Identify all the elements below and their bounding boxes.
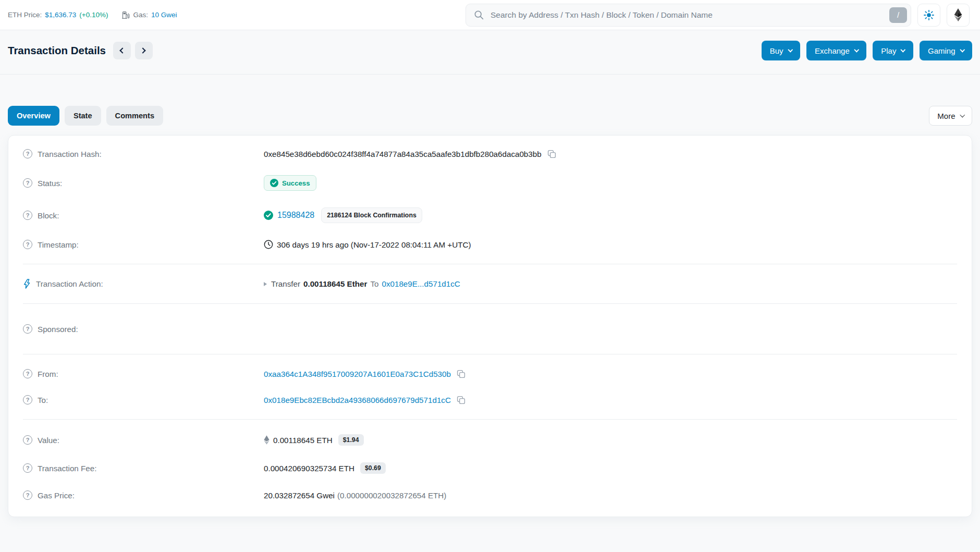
action-recipient-link[interactable]: 0x018e9E...d571d1cC — [382, 279, 460, 288]
help-icon[interactable] — [23, 149, 32, 158]
exchange-button-label: Exchange — [815, 46, 850, 55]
to-address-link[interactable]: 0x018e9Ebc82EBcbd2a49368066d697679d571d1… — [264, 396, 451, 404]
action-verb: Transfer — [271, 279, 300, 288]
eth-price-label: ETH Price: — [8, 11, 42, 19]
chevron-left-icon — [120, 47, 126, 53]
eth-price-change: (+0.10%) — [79, 11, 108, 19]
next-txn-button[interactable] — [135, 42, 153, 59]
value-amount: 0.00118645 ETH — [273, 436, 333, 445]
eth-price-stat: ETH Price: $1,636.73 (+0.10%) — [8, 11, 108, 19]
chevron-right-icon — [140, 47, 146, 53]
help-icon[interactable] — [23, 435, 32, 445]
play-button[interactable]: Play — [873, 41, 913, 60]
help-icon[interactable] — [23, 211, 32, 220]
more-label: More — [937, 112, 955, 120]
check-circle-icon — [264, 211, 273, 220]
block-number-link[interactable]: 15988428 — [277, 211, 314, 220]
lightning-icon — [23, 279, 31, 289]
row-from: From: 0xaa364c1A348f9517009207A1601E0a73… — [23, 361, 957, 387]
gas-label: Gas: — [133, 11, 148, 19]
gas-pump-icon — [121, 11, 130, 19]
txn-pager — [113, 42, 153, 59]
from-label: From: — [38, 370, 58, 378]
tabs-row: Overview State Comments More — [8, 106, 972, 126]
eth-price-value[interactable]: $1,636.73 — [45, 11, 76, 19]
to-label: To: — [38, 396, 48, 404]
transaction-hash-label: Transaction Hash: — [38, 150, 102, 158]
gas-value[interactable]: 10 Gwei — [151, 11, 177, 19]
action-preposition: To — [370, 279, 378, 288]
copy-icon — [547, 150, 556, 158]
row-block: Block: 15988428 2186124 Block Confirmati… — [23, 199, 957, 231]
sun-icon — [923, 9, 935, 21]
from-address-link[interactable]: 0xaa364c1A348f9517009207A1601E0a73C1Cd53… — [264, 370, 451, 378]
gas-price-eth-equivalent: (0.000000020032872654 ETH) — [337, 491, 446, 500]
gaming-button[interactable]: Gaming — [920, 41, 972, 60]
status-text: Success — [282, 179, 310, 187]
transaction-fee-label: Transaction Fee: — [38, 464, 96, 473]
status-badge: Success — [264, 175, 316, 191]
gas-price-value: 20.032872654 Gwei — [264, 491, 335, 500]
help-icon[interactable] — [23, 463, 32, 473]
block-label: Block: — [38, 211, 59, 220]
chevron-down-icon — [788, 47, 792, 52]
search-shortcut-key: / — [889, 7, 907, 23]
buy-button[interactable]: Buy — [762, 41, 800, 60]
tab-comments[interactable]: Comments — [106, 106, 163, 126]
gaming-button-label: Gaming — [928, 46, 956, 55]
copy-from-address-button[interactable] — [457, 370, 466, 378]
sponsored-label: Sponsored: — [38, 325, 78, 334]
page-header: Transaction Details Buy Exchange Play Ga… — [0, 30, 980, 75]
topbar-actions: / — [466, 4, 970, 27]
row-to: To: 0x018e9Ebc82EBcbd2a49368066d697679d5… — [23, 387, 957, 413]
value-fiat-badge: $1.94 — [338, 434, 364, 446]
previous-txn-button[interactable] — [113, 42, 131, 59]
help-icon[interactable] — [23, 240, 32, 249]
row-gas-price: Gas Price: 20.032872654 Gwei (0.00000002… — [23, 482, 957, 508]
copy-hash-button[interactable] — [547, 150, 556, 158]
tab-overview[interactable]: Overview — [8, 106, 59, 126]
copy-icon — [457, 396, 466, 404]
chevron-down-icon — [901, 47, 905, 52]
network-selector-button[interactable] — [947, 4, 970, 27]
row-transaction-hash: Transaction Hash: 0xe845e38d6ebd60c024f3… — [23, 141, 957, 167]
promo-buttons: Buy Exchange Play Gaming — [762, 41, 972, 60]
divider — [23, 419, 957, 420]
status-label: Status: — [38, 179, 62, 188]
gas-stat: Gas: 10 Gwei — [121, 11, 177, 19]
copy-to-address-button[interactable] — [457, 396, 466, 404]
row-timestamp: Timestamp: 306 days 19 hrs ago (Nov-17-2… — [23, 231, 957, 257]
check-circle-icon — [270, 179, 278, 187]
value-label: Value: — [38, 436, 59, 445]
exchange-button[interactable]: Exchange — [806, 41, 866, 60]
theme-toggle-button[interactable] — [917, 4, 940, 27]
copy-icon — [457, 370, 466, 378]
row-value: Value: 0.00118645 ETH $1.94 — [23, 426, 957, 454]
help-icon[interactable] — [23, 178, 32, 188]
transaction-hash-value: 0xe845e38d6ebd60c024f38ff4a74877a84a35ca… — [264, 150, 542, 158]
transaction-action-label: Transaction Action: — [36, 279, 103, 288]
caret-right-icon — [264, 282, 267, 286]
play-button-label: Play — [881, 46, 896, 55]
help-icon[interactable] — [23, 369, 32, 378]
divider — [23, 303, 957, 304]
help-icon[interactable] — [23, 395, 32, 404]
search-bar[interactable]: / — [466, 4, 911, 27]
ethereum-icon — [954, 8, 962, 21]
divider — [23, 264, 957, 264]
tab-state[interactable]: State — [65, 106, 101, 126]
search-input[interactable] — [489, 10, 884, 20]
fee-amount: 0.000420690325734 ETH — [264, 464, 354, 473]
row-transaction-action: Transaction Action: Transfer 0.00118645 … — [23, 271, 957, 297]
timestamp-label: Timestamp: — [38, 240, 79, 249]
help-icon[interactable] — [23, 324, 32, 334]
eth-diamond-icon — [264, 435, 270, 445]
chevron-down-icon — [854, 47, 859, 52]
help-icon[interactable] — [23, 490, 32, 500]
row-status: Status: Success — [23, 167, 957, 199]
action-amount: 0.00118645 Ether — [303, 279, 367, 288]
more-dropdown-button[interactable]: More — [929, 106, 972, 126]
row-sponsored: Sponsored: — [23, 310, 957, 348]
page-title: Transaction Details — [8, 44, 106, 57]
clock-icon — [264, 240, 273, 249]
